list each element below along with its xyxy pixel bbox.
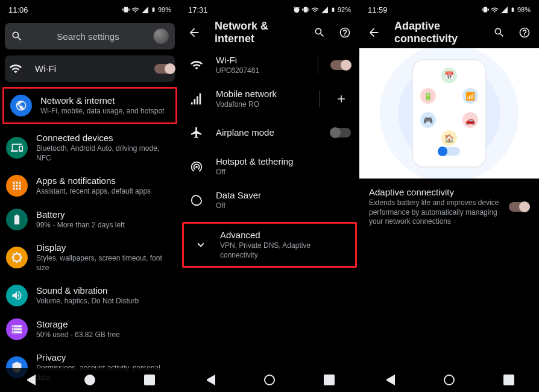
status-bar: 17:31 92% [180,0,359,17]
storage-icon [6,318,28,340]
wifi-icon [5,58,27,80]
nav-back[interactable] [204,375,215,385]
wifi-toggle[interactable] [330,60,351,70]
adaptive-panel: 11:59 98% Adaptive connectivity 📅 🔋 📶 🎮 … [359,0,539,392]
nav-recent[interactable] [144,375,155,385]
datasaver-icon [186,189,207,211]
network-item-datasaver[interactable]: Data SaverOff [180,183,359,217]
sound-icon [6,285,28,306]
hotspot-icon [186,156,207,177]
nav-bar [180,368,359,392]
battery-icon [6,209,28,230]
signal-icon [186,88,207,110]
settings-item-network[interactable]: Network & internetWi-Fi, mobile, data us… [4,89,175,122]
wifi-icon [186,54,207,76]
settings-panel: 11:06 99% Search settings Wi-Fi Network … [0,0,180,392]
airplane-icon [186,122,207,144]
battery-icon [510,5,515,14]
help-button[interactable] [335,23,355,42]
status-icons: 92% [293,5,351,14]
page-title: Network & internet [215,20,304,45]
network-item-advanced[interactable]: AdvancedVPN, Private DNS, Adaptive conne… [184,224,355,266]
adaptive-setting[interactable]: Adaptive connectivity Extends battery li… [359,179,539,235]
network-item-mobile[interactable]: Mobile networkVodafone RO [180,82,359,116]
wifi-icon [311,6,319,14]
nav-bar [0,368,180,392]
search-button[interactable] [490,23,509,42]
wifi-toggle[interactable] [154,64,175,74]
search-placeholder: Search settings [23,31,153,42]
nav-home[interactable] [84,375,95,385]
nav-back[interactable] [384,375,395,385]
status-bar: 11:06 99% [0,0,180,17]
wifi-title: Wi-Fi [35,63,146,74]
settings-item-sound[interactable]: Sound & vibrationVolume, haptics, Do Not… [0,279,180,312]
adaptive-title: Adaptive connectivity [369,187,500,197]
settings-item-display[interactable]: DisplayStyles, wallpapers, screen timeou… [0,236,180,279]
network-item-hotspot[interactable]: Hotspot & tetheringOff [180,150,359,183]
battery-percent: 92% [338,6,351,13]
clock: 17:31 [188,5,208,14]
profile-avatar[interactable] [153,28,169,44]
settings-item-battery[interactable]: Battery99% - More than 2 days left [0,203,180,236]
search-button[interactable] [310,23,329,42]
settings-item-apps[interactable]: Apps & notificationsAssistant, recent ap… [0,169,180,203]
page-title: Adaptive connectivity [394,20,484,45]
add-network-button[interactable] [332,89,351,109]
battery-icon [330,5,336,14]
network-item-wifi[interactable]: Wi-FiUPC6207461 [180,48,359,82]
apps-icon [6,175,28,197]
wifi-icon [491,6,499,14]
back-button[interactable] [184,23,204,42]
status-icons: 99% [122,5,171,14]
clock: 11:59 [368,5,388,14]
status-bar: 11:59 98% [359,0,539,17]
help-button[interactable] [515,23,534,42]
nav-home[interactable] [264,375,275,385]
vibrate-icon [122,6,130,13]
settings-item-storage[interactable]: Storage50% used - 63.82 GB free [0,312,180,346]
battery-percent: 98% [517,6,531,13]
alarm-icon [293,6,300,13]
status-icons: 98% [482,5,531,14]
signal-icon [141,6,149,14]
app-header: Network & internet [180,17,359,48]
wifi-icon [131,6,139,14]
vibrate-icon [302,6,309,13]
battery-icon [151,5,156,14]
adaptive-desc: Extends battery life and improves device… [369,198,500,227]
back-button[interactable] [364,23,383,42]
devices-icon [6,137,28,159]
signal-icon [500,6,508,14]
network-item-airplane[interactable]: Airplane mode [180,116,359,150]
airplane-toggle[interactable] [330,128,351,138]
display-icon [6,247,28,268]
nav-recent[interactable] [324,375,335,385]
globe-icon [10,95,32,116]
nav-recent[interactable] [503,375,514,385]
nav-back[interactable] [25,375,36,385]
network-panel: 17:31 92% Network & internet Wi-FiUPC620… [180,0,359,392]
nav-home[interactable] [444,375,455,385]
settings-item-connected[interactable]: Connected devicesBluetooth, Android Auto… [0,127,180,169]
chevron-down-icon [190,234,212,256]
vibrate-icon [482,6,489,13]
battery-percent: 99% [158,6,171,13]
illustration: 📅 🔋 📶 🎮 🚗 🏠 [359,48,539,179]
app-header: Adaptive connectivity [359,17,539,48]
clock: 11:06 [8,5,28,14]
adaptive-toggle[interactable] [509,202,529,212]
search-bar[interactable]: Search settings [5,23,175,49]
search-icon [11,30,23,42]
signal-icon [321,6,329,14]
wifi-quick-card[interactable]: Wi-Fi [5,55,175,82]
nav-bar [359,368,539,392]
